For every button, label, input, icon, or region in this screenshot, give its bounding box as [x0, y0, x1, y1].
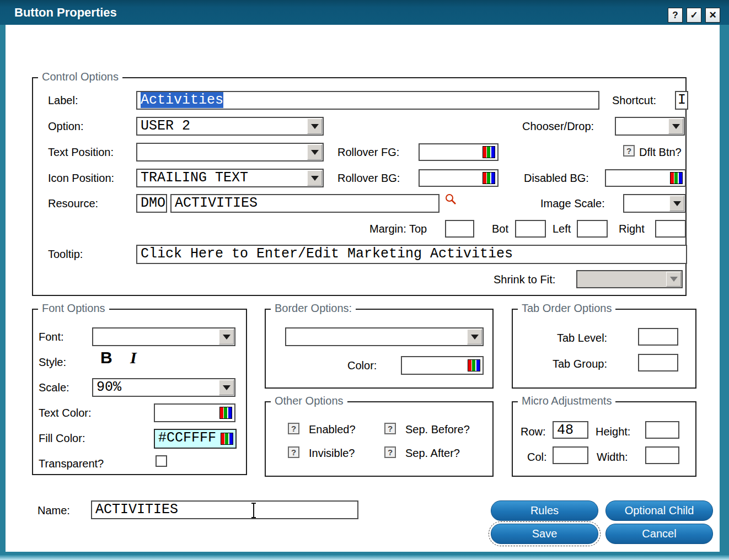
- disabled-bg-color-field[interactable]: [605, 169, 686, 187]
- cancel-button[interactable]: Cancel: [605, 524, 713, 544]
- option-value: USER 2: [141, 118, 190, 134]
- chevron-down-icon: [471, 335, 479, 340]
- fill-color-field[interactable]: #CCFFFF: [154, 429, 237, 449]
- sep-after-label: Sep. After?: [405, 446, 460, 460]
- chevron-down-icon: [311, 150, 319, 155]
- bold-style-button[interactable]: B: [100, 348, 112, 367]
- border-options-legend: Border Options:: [271, 302, 356, 315]
- dflt-btn-checkbox[interactable]: ?: [623, 145, 635, 157]
- dflt-btn-label: Dflt Btn?: [639, 145, 682, 159]
- button-properties-dialog: Button Properties ? ✓ ✕ Control Options …: [0, 0, 729, 560]
- invisible-checkbox[interactable]: ?: [288, 446, 299, 458]
- ok-button[interactable]: ✓: [687, 8, 701, 23]
- chevron-down-icon: [672, 124, 680, 129]
- dropdown-arrow-icon[interactable]: [669, 196, 684, 211]
- border-style-dropdown[interactable]: [285, 327, 484, 346]
- tab-group-label: Tab Group:: [553, 357, 607, 371]
- row-label: Row:: [521, 424, 546, 439]
- dropdown-arrow-icon[interactable]: [307, 170, 322, 186]
- dropdown-arrow-icon[interactable]: [307, 119, 322, 134]
- save-button[interactable]: Save: [491, 524, 598, 544]
- height-field[interactable]: [645, 421, 679, 439]
- border-color-field[interactable]: [401, 356, 484, 375]
- margin-bot-label: Bot: [492, 222, 508, 236]
- tooltip-label: Tooltip:: [48, 247, 83, 261]
- row-field[interactable]: 48: [553, 421, 588, 439]
- rgb-color-picker-icon[interactable]: [468, 359, 480, 371]
- text-position-dropdown[interactable]: [136, 143, 324, 161]
- dropdown-arrow-icon[interactable]: [668, 119, 683, 134]
- rollover-bg-color-field[interactable]: [419, 169, 498, 187]
- resource-lookup-magnifier-icon[interactable]: [444, 193, 458, 208]
- tooltip-field[interactable]: Click Here to Enter/Edit Marketing Activ…: [136, 245, 687, 264]
- text-color-field[interactable]: [154, 403, 235, 422]
- margin-bot-field[interactable]: [515, 220, 546, 238]
- transparent-label: Transparent?: [39, 456, 104, 471]
- disabled-bg-label: Disabled BG:: [524, 171, 589, 185]
- width-field[interactable]: [645, 446, 679, 464]
- icon-position-value: TRAILING TEXT: [141, 170, 248, 186]
- dropdown-arrow-icon[interactable]: [219, 380, 234, 395]
- close-button[interactable]: ✕: [705, 8, 720, 23]
- scale-value: 90%: [97, 379, 121, 395]
- icon-position-dropdown[interactable]: TRAILING TEXT: [136, 169, 324, 187]
- micro-adjustments-legend: Micro Adjustments: [518, 395, 615, 407]
- resource-prefix-field[interactable]: DMO: [136, 194, 167, 213]
- fill-color-value: #CCFFFF: [158, 430, 216, 446]
- name-label: Name:: [37, 503, 70, 518]
- text-color-label: Text Color:: [39, 406, 92, 420]
- shortcut-field[interactable]: I: [675, 91, 688, 110]
- transparent-checkbox[interactable]: [156, 455, 167, 467]
- chevron-down-icon: [223, 335, 231, 340]
- col-field[interactable]: [553, 446, 588, 464]
- margin-right-field[interactable]: [655, 220, 686, 238]
- control-options-legend: Control Options: [38, 71, 122, 83]
- window-title: Button Properties: [14, 6, 117, 20]
- chooser-drop-dropdown[interactable]: [615, 117, 685, 136]
- option-label: Option:: [48, 119, 83, 133]
- invisible-label: Invisible?: [309, 446, 355, 460]
- rgb-color-picker-icon[interactable]: [483, 172, 495, 184]
- scale-label: Scale:: [39, 380, 69, 395]
- label-field[interactable]: Activities: [136, 91, 599, 110]
- tab-level-field[interactable]: [638, 328, 678, 346]
- dialog-body: Control Options Label: Activities Shortc…: [6, 25, 720, 552]
- enabled-label: Enabled?: [309, 422, 356, 437]
- margin-top-label: Margin: Top: [369, 222, 427, 236]
- font-dropdown[interactable]: [92, 327, 235, 346]
- sep-before-checkbox[interactable]: ?: [384, 423, 396, 434]
- enabled-checkbox[interactable]: ?: [288, 423, 299, 434]
- tab-order-options-legend: Tab Order Options: [518, 302, 615, 315]
- option-dropdown[interactable]: USER 2: [136, 117, 324, 136]
- dropdown-arrow-icon[interactable]: [467, 329, 482, 344]
- dropdown-arrow-icon[interactable]: [307, 144, 322, 160]
- tab-order-options-group: Tab Order Options Tab Level: Tab Group:: [512, 309, 696, 389]
- rgb-color-picker-icon[interactable]: [483, 146, 495, 158]
- border-options-group: Border Options: Color:: [265, 309, 494, 389]
- dropdown-arrow-icon[interactable]: [219, 329, 234, 344]
- help-button[interactable]: ?: [668, 8, 683, 23]
- shrink-to-fit-dropdown[interactable]: [576, 270, 683, 288]
- image-scale-dropdown[interactable]: [623, 194, 686, 213]
- rgb-color-picker-icon[interactable]: [219, 407, 232, 419]
- margin-left-field[interactable]: [577, 220, 608, 238]
- resource-field[interactable]: ACTIVITIES: [170, 194, 439, 213]
- titlebar: Button Properties ? ✓ ✕: [0, 0, 729, 25]
- resource-label: Resource:: [48, 196, 98, 211]
- italic-style-button[interactable]: I: [130, 348, 137, 367]
- col-label: Col:: [527, 450, 547, 464]
- margin-top-field[interactable]: [445, 220, 474, 238]
- font-label: Font:: [39, 330, 64, 344]
- scale-dropdown[interactable]: 90%: [92, 378, 235, 397]
- tab-group-field[interactable]: [638, 354, 678, 371]
- rgb-color-picker-icon[interactable]: [670, 172, 683, 184]
- rules-button[interactable]: Rules: [491, 500, 598, 521]
- optional-child-button[interactable]: Optional Child: [605, 500, 713, 521]
- chevron-down-icon: [311, 124, 319, 129]
- rollover-fg-color-field[interactable]: [419, 143, 498, 161]
- rgb-color-picker-icon[interactable]: [221, 433, 233, 445]
- name-field[interactable]: ACTIVITIES: [91, 500, 358, 519]
- titlebar-buttons: ? ✓ ✕: [668, 8, 720, 23]
- chevron-down-icon: [670, 277, 678, 282]
- sep-after-checkbox[interactable]: ?: [384, 446, 396, 458]
